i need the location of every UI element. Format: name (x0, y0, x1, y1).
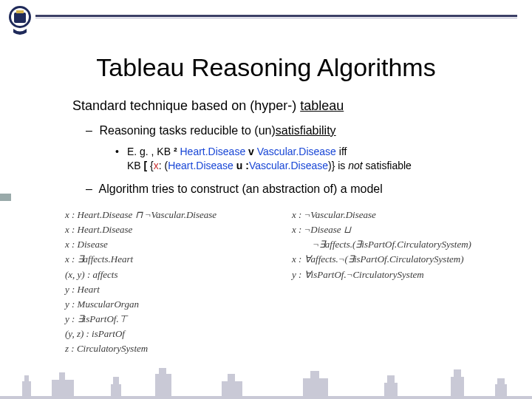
oxford-crest-icon (7, 4, 33, 35)
svg-rect-18 (387, 375, 395, 384)
svg-rect-16 (310, 371, 319, 380)
eg-v: v (245, 146, 257, 157)
svg-rect-12 (159, 368, 166, 375)
svg-rect-5 (22, 381, 31, 396)
bullet-dot-icon: • (115, 145, 124, 159)
dash-icon: – (86, 124, 96, 137)
tableau-row: x : ∀affects.¬(∃isPartOf.CirculatorySyst… (292, 252, 471, 267)
svg-rect-20 (454, 369, 461, 378)
tableau-row: y : ∀isPartOf.¬CirculatorySystem (292, 267, 471, 282)
side-tab-icon (0, 194, 11, 201)
svg-rect-4 (0, 396, 532, 399)
eg-term4: Vascular.Disease (249, 160, 328, 171)
tableau-row: y : Heart (65, 282, 216, 297)
eg-term2: Vascular.Disease (257, 146, 336, 157)
svg-rect-22 (497, 378, 505, 386)
svg-rect-3 (16, 10, 24, 13)
header-rule-thin (35, 18, 517, 18)
tableau-row: (y, z) : isPartOf (65, 327, 216, 341)
eg-not: not (348, 160, 362, 171)
eg-open: { (147, 160, 154, 171)
svg-rect-2 (14, 13, 26, 23)
svg-rect-15 (303, 378, 328, 396)
eg-u: u (233, 160, 245, 171)
eg-iff: iff (336, 146, 347, 157)
bullet-reducible-key: satisfiability (276, 124, 336, 137)
example-block: • E. g. , KB ² Heart.Disease v Vascular.… (115, 145, 499, 173)
tableau-row: y : ∃isPartOf.⊤ (65, 312, 216, 327)
tableau-row: x : Disease (65, 237, 216, 252)
skyline-footer-icon (0, 366, 532, 399)
svg-rect-9 (111, 384, 121, 396)
svg-rect-19 (451, 377, 464, 396)
tableau-row: z : CirculatorySystem (65, 341, 216, 356)
intro-prefix: Standard technique based on (hyper-) (72, 98, 300, 113)
eg-term3: Heart.Disease (168, 160, 233, 171)
tableau-row: y : MuscularOrgan (65, 297, 216, 312)
bullet-model-text: Algorithm tries to construct (an abstrac… (99, 183, 383, 195)
tableau-row: x : ¬Vascular.Disease (292, 208, 471, 222)
svg-rect-10 (113, 377, 119, 386)
tableau-row: x : ∃affects.Heart (65, 252, 216, 267)
bullet-reducible-prefix: Reasoning tasks reducible to (un) (99, 124, 275, 137)
tableau-right-column: x : ¬Vascular.Disease x : ¬Disease ⊔ ¬∃a… (292, 208, 471, 282)
slide-title: Tableau Reasoning Algorithms (0, 53, 532, 82)
eg-x: x (154, 160, 159, 171)
svg-rect-21 (495, 384, 507, 396)
eg-lead: E. g. , KB (127, 146, 174, 157)
tableau-row: ¬∃affects.(∃isPartOf.CirculatorySystem) (292, 237, 471, 252)
eg-colon: : ( (159, 160, 168, 171)
svg-rect-6 (24, 375, 29, 383)
svg-rect-8 (59, 372, 65, 383)
tableau-row: (x, y) : affects (65, 267, 216, 282)
eg-kb: KB (127, 160, 144, 171)
svg-rect-14 (228, 374, 235, 383)
svg-rect-17 (384, 383, 398, 396)
svg-rect-11 (155, 374, 171, 396)
intro-line: Standard technique based on (hyper-) tab… (72, 98, 501, 115)
intro-keyword: tableau (300, 98, 344, 113)
header-rule (35, 15, 517, 17)
eg-tail: satisfiable (363, 160, 412, 171)
eg-term1: Heart.Disease (177, 146, 246, 157)
tableau-left-column: x : Heart.Disease ⊓ ¬Vascular.Disease x … (65, 208, 216, 356)
tableau-row: x : Heart.Disease (65, 222, 216, 237)
eg-close: )} is (328, 160, 348, 171)
tableau-row: x : ¬Disease ⊔ (292, 222, 471, 237)
bullet-reducible: – Reasoning tasks reducible to (un)satis… (86, 124, 499, 137)
dash-icon-2: – (86, 183, 96, 196)
tableau-row: x : Heart.Disease ⊓ ¬Vascular.Disease (65, 208, 216, 222)
bullet-model: – Algorithm tries to construct (an abstr… (86, 183, 499, 196)
svg-rect-13 (222, 381, 242, 396)
